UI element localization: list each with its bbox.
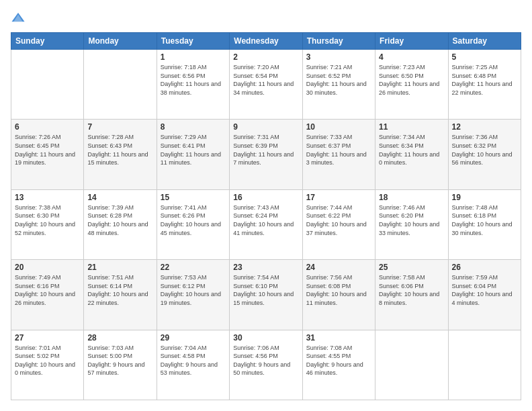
calendar-week-row: 20Sunrise: 7:49 AMSunset: 6:16 PMDayligh…	[11, 260, 521, 330]
header	[11, 11, 521, 26]
day-number: 26	[452, 263, 517, 272]
day-number: 23	[233, 263, 298, 272]
calendar-cell: 16Sunrise: 7:43 AMSunset: 6:24 PMDayligh…	[230, 189, 302, 259]
day-info: Sunrise: 7:41 AMSunset: 6:26 PMDaylight:…	[161, 203, 226, 237]
calendar-cell	[11, 50, 84, 120]
calendar-cell: 22Sunrise: 7:53 AMSunset: 6:12 PMDayligh…	[157, 260, 229, 330]
calendar-header-monday: Monday	[84, 33, 157, 50]
day-number: 8	[161, 122, 226, 132]
day-info: Sunrise: 7:01 AMSunset: 5:02 PMDaylight:…	[15, 344, 80, 377]
day-info: Sunrise: 7:04 AMSunset: 4:58 PMDaylight:…	[161, 344, 226, 377]
calendar-cell	[84, 50, 157, 120]
calendar-cell: 17Sunrise: 7:44 AMSunset: 6:22 PMDayligh…	[302, 189, 375, 259]
day-info: Sunrise: 7:33 AMSunset: 6:37 PMDaylight:…	[306, 133, 371, 167]
day-info: Sunrise: 7:34 AMSunset: 6:34 PMDaylight:…	[379, 133, 444, 167]
calendar-cell: 4Sunrise: 7:23 AMSunset: 6:50 PMDaylight…	[375, 50, 448, 120]
calendar-cell: 21Sunrise: 7:51 AMSunset: 6:14 PMDayligh…	[84, 260, 157, 330]
day-info: Sunrise: 7:31 AMSunset: 6:39 PMDaylight:…	[233, 133, 298, 167]
day-info: Sunrise: 7:06 AMSunset: 4:56 PMDaylight:…	[233, 344, 298, 377]
calendar-header-thursday: Thursday	[302, 33, 375, 50]
day-number: 7	[87, 122, 152, 132]
calendar-cell: 20Sunrise: 7:49 AMSunset: 6:16 PMDayligh…	[11, 260, 84, 330]
day-number: 31	[306, 333, 371, 342]
day-info: Sunrise: 7:54 AMSunset: 6:10 PMDaylight:…	[233, 273, 298, 307]
day-number: 2	[233, 52, 298, 62]
calendar-cell	[448, 330, 521, 400]
calendar-cell: 26Sunrise: 7:59 AMSunset: 6:04 PMDayligh…	[448, 260, 521, 330]
calendar-cell: 1Sunrise: 7:18 AMSunset: 6:56 PMDaylight…	[157, 50, 229, 120]
calendar-cell: 8Sunrise: 7:29 AMSunset: 6:41 PMDaylight…	[157, 120, 229, 189]
day-number: 4	[379, 52, 444, 62]
day-info: Sunrise: 7:25 AMSunset: 6:48 PMDaylight:…	[452, 63, 517, 97]
day-number: 20	[15, 263, 80, 272]
calendar-header-friday: Friday	[375, 33, 448, 50]
day-number: 17	[306, 193, 371, 202]
day-number: 25	[379, 263, 444, 272]
day-number: 22	[161, 263, 226, 272]
calendar-cell: 12Sunrise: 7:36 AMSunset: 6:32 PMDayligh…	[448, 120, 521, 189]
day-info: Sunrise: 7:49 AMSunset: 6:16 PMDaylight:…	[15, 273, 80, 307]
calendar-cell: 31Sunrise: 7:08 AMSunset: 4:55 PMDayligh…	[302, 330, 375, 400]
day-number: 30	[233, 333, 298, 342]
day-number: 3	[306, 52, 371, 62]
calendar-cell: 6Sunrise: 7:26 AMSunset: 6:45 PMDaylight…	[11, 120, 84, 189]
calendar-cell: 11Sunrise: 7:34 AMSunset: 6:34 PMDayligh…	[375, 120, 448, 189]
calendar-header-row: SundayMondayTuesdayWednesdayThursdayFrid…	[11, 33, 521, 50]
day-number: 24	[306, 263, 371, 272]
calendar-cell: 10Sunrise: 7:33 AMSunset: 6:37 PMDayligh…	[302, 120, 375, 189]
day-number: 18	[379, 193, 444, 202]
calendar-week-row: 6Sunrise: 7:26 AMSunset: 6:45 PMDaylight…	[11, 120, 521, 189]
calendar-cell	[375, 330, 448, 400]
calendar-cell: 7Sunrise: 7:28 AMSunset: 6:43 PMDaylight…	[84, 120, 157, 189]
calendar-header-wednesday: Wednesday	[230, 33, 302, 50]
calendar-header-tuesday: Tuesday	[157, 33, 229, 50]
calendar-week-row: 1Sunrise: 7:18 AMSunset: 6:56 PMDaylight…	[11, 50, 521, 120]
day-number: 6	[15, 122, 80, 132]
calendar-cell: 18Sunrise: 7:46 AMSunset: 6:20 PMDayligh…	[375, 189, 448, 259]
day-info: Sunrise: 7:26 AMSunset: 6:45 PMDaylight:…	[15, 133, 80, 167]
calendar-cell: 3Sunrise: 7:21 AMSunset: 6:52 PMDaylight…	[302, 50, 375, 120]
day-info: Sunrise: 7:46 AMSunset: 6:20 PMDaylight:…	[379, 203, 444, 237]
day-number: 10	[306, 122, 371, 132]
calendar-cell: 9Sunrise: 7:31 AMSunset: 6:39 PMDaylight…	[230, 120, 302, 189]
day-info: Sunrise: 7:44 AMSunset: 6:22 PMDaylight:…	[306, 203, 371, 237]
page: SundayMondayTuesdayWednesdayThursdayFrid…	[0, 0, 532, 411]
day-info: Sunrise: 7:28 AMSunset: 6:43 PMDaylight:…	[87, 133, 152, 167]
calendar-cell: 5Sunrise: 7:25 AMSunset: 6:48 PMDaylight…	[448, 50, 521, 120]
day-info: Sunrise: 7:38 AMSunset: 6:30 PMDaylight:…	[15, 203, 80, 237]
calendar-week-row: 13Sunrise: 7:38 AMSunset: 6:30 PMDayligh…	[11, 189, 521, 259]
day-info: Sunrise: 7:53 AMSunset: 6:12 PMDaylight:…	[161, 273, 226, 307]
day-info: Sunrise: 7:51 AMSunset: 6:14 PMDaylight:…	[87, 273, 152, 307]
day-info: Sunrise: 7:59 AMSunset: 6:04 PMDaylight:…	[452, 273, 517, 307]
calendar-cell: 27Sunrise: 7:01 AMSunset: 5:02 PMDayligh…	[11, 330, 84, 400]
day-info: Sunrise: 7:03 AMSunset: 5:00 PMDaylight:…	[87, 344, 152, 377]
day-info: Sunrise: 7:58 AMSunset: 6:06 PMDaylight:…	[379, 273, 444, 307]
day-number: 1	[161, 52, 226, 62]
day-info: Sunrise: 7:20 AMSunset: 6:54 PMDaylight:…	[233, 63, 298, 97]
day-info: Sunrise: 7:08 AMSunset: 4:55 PMDaylight:…	[306, 344, 371, 377]
calendar-cell: 15Sunrise: 7:41 AMSunset: 6:26 PMDayligh…	[157, 189, 229, 259]
day-number: 9	[233, 122, 298, 132]
day-info: Sunrise: 7:43 AMSunset: 6:24 PMDaylight:…	[233, 203, 298, 237]
day-info: Sunrise: 7:23 AMSunset: 6:50 PMDaylight:…	[379, 63, 444, 97]
day-number: 5	[452, 52, 517, 62]
calendar-header-saturday: Saturday	[448, 33, 521, 50]
day-info: Sunrise: 7:48 AMSunset: 6:18 PMDaylight:…	[452, 203, 517, 237]
calendar-cell: 23Sunrise: 7:54 AMSunset: 6:10 PMDayligh…	[230, 260, 302, 330]
day-number: 15	[161, 193, 226, 202]
day-info: Sunrise: 7:56 AMSunset: 6:08 PMDaylight:…	[306, 273, 371, 307]
calendar-header-sunday: Sunday	[11, 33, 84, 50]
calendar-cell: 2Sunrise: 7:20 AMSunset: 6:54 PMDaylight…	[230, 50, 302, 120]
calendar-cell: 30Sunrise: 7:06 AMSunset: 4:56 PMDayligh…	[230, 330, 302, 400]
day-number: 28	[87, 333, 152, 342]
day-info: Sunrise: 7:39 AMSunset: 6:28 PMDaylight:…	[87, 203, 152, 237]
calendar-table: SundayMondayTuesdayWednesdayThursdayFrid…	[11, 32, 521, 400]
calendar-cell: 14Sunrise: 7:39 AMSunset: 6:28 PMDayligh…	[84, 189, 157, 259]
calendar-cell: 29Sunrise: 7:04 AMSunset: 4:58 PMDayligh…	[157, 330, 229, 400]
day-info: Sunrise: 7:18 AMSunset: 6:56 PMDaylight:…	[161, 63, 226, 97]
day-number: 19	[452, 193, 517, 202]
calendar-cell: 19Sunrise: 7:48 AMSunset: 6:18 PMDayligh…	[448, 189, 521, 259]
day-number: 12	[452, 122, 517, 132]
calendar-cell: 28Sunrise: 7:03 AMSunset: 5:00 PMDayligh…	[84, 330, 157, 400]
day-number: 27	[15, 333, 80, 342]
